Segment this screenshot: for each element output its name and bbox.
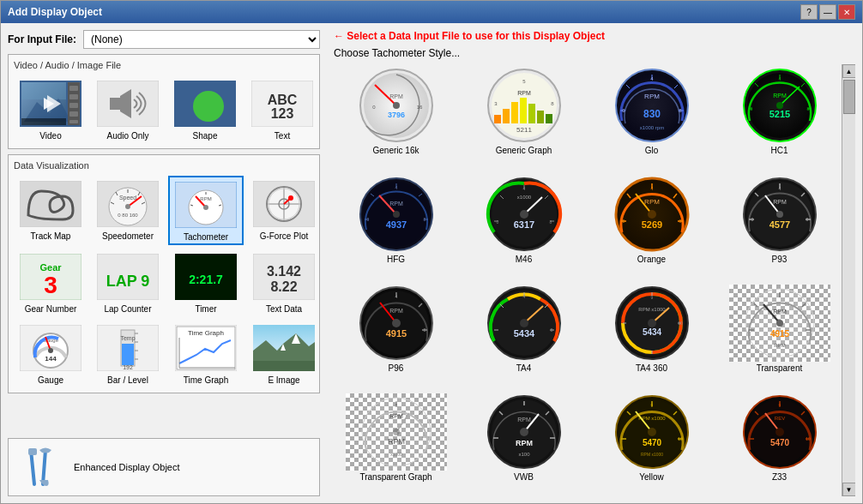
svg-text:RPM x1000: RPM x1000 bbox=[638, 307, 666, 312]
tach-img-generic16k: RPM 3796 16 0 bbox=[346, 67, 447, 144]
svg-rect-103 bbox=[537, 111, 544, 123]
tach-p96[interactable]: RPM 4915 4 8 bbox=[334, 282, 458, 387]
svg-point-173 bbox=[648, 210, 656, 219]
svg-text:0: 0 bbox=[366, 217, 369, 222]
svg-rect-10 bbox=[69, 103, 78, 108]
textdata-item[interactable]: 3.142 8.22 Text Data bbox=[247, 249, 321, 316]
svg-text:8: 8 bbox=[679, 219, 681, 224]
tach-ta4-360[interactable]: RPM x1000 5434 9 bbox=[589, 282, 714, 387]
tach-vwb[interactable]: RPM RPM bbox=[462, 391, 586, 496]
lap-item[interactable]: LAP 9 Lap Counter bbox=[91, 249, 165, 316]
gforce-item[interactable]: G-Force Plot bbox=[247, 176, 321, 245]
svg-text:4577: 4577 bbox=[769, 219, 789, 230]
eimage-item[interactable]: E Image bbox=[247, 320, 321, 387]
svg-point-63 bbox=[48, 348, 53, 353]
tach-name-hfg: HFG bbox=[387, 255, 405, 264]
tach-name-transparent: Transparent bbox=[757, 363, 803, 373]
shape-item[interactable]: Shape bbox=[168, 75, 242, 143]
timegraph-label: Time Graph bbox=[184, 375, 228, 385]
gauge-item[interactable]: Gauge 144 Gauge bbox=[14, 320, 88, 387]
tach-img-transparent: RPM 4915 bbox=[729, 285, 830, 362]
svg-point-48 bbox=[288, 195, 293, 201]
eimage-label: E Image bbox=[268, 375, 299, 385]
tach-hfg[interactable]: RPM bbox=[334, 173, 458, 279]
lap-icon-container: LAP 9 bbox=[94, 251, 162, 303]
svg-text:5434: 5434 bbox=[513, 328, 534, 339]
svg-text:RPM: RPM bbox=[517, 417, 531, 423]
trackmap-item[interactable]: Track Map bbox=[14, 176, 88, 245]
tach-transparent[interactable]: RPM 4915 bbox=[717, 282, 842, 387]
minimize-button[interactable]: — bbox=[819, 4, 836, 20]
speedometer-label: Speedometer bbox=[102, 231, 154, 241]
tach-img-genericgraph: RPM 5211 5 bbox=[474, 67, 575, 144]
tach-glo[interactable]: RPM 830 x1000 rpm bbox=[589, 64, 714, 170]
svg-marker-6 bbox=[44, 98, 54, 110]
svg-rect-12 bbox=[69, 120, 78, 123]
gear-item[interactable]: Gear 3 Gear Number bbox=[14, 249, 88, 316]
svg-text:0: 0 bbox=[622, 219, 625, 224]
speedometer-icon-container: Speed bbox=[94, 178, 162, 230]
lap-label: Lap Counter bbox=[104, 304, 151, 314]
tach-img-m46: x1000 bbox=[474, 176, 575, 253]
barlevel-item[interactable]: Temp 192 Bar / Level bbox=[91, 320, 165, 387]
tach-orange[interactable]: RPM bbox=[589, 173, 714, 279]
svg-point-145 bbox=[393, 211, 400, 218]
scroll-thumb[interactable] bbox=[843, 80, 855, 114]
tach-z33[interactable]: REV 5470 bbox=[717, 391, 842, 496]
barlevel-icon: Temp 192 bbox=[97, 325, 159, 371]
svg-text:4937: 4937 bbox=[385, 219, 406, 230]
tach-ta4[interactable]: 5434 4 8 TA4 bbox=[462, 282, 586, 387]
svg-rect-102 bbox=[528, 104, 535, 123]
tach-img-p93: RPM bbox=[729, 176, 830, 253]
enhanced-section[interactable]: Enhanced Display Object bbox=[8, 438, 320, 496]
timegraph-item[interactable]: Time Graph Time Graph bbox=[168, 320, 244, 387]
svg-text:Temp: Temp bbox=[120, 335, 135, 342]
scroll-up-button[interactable]: ▲ bbox=[842, 64, 856, 78]
trackmap-icon-container bbox=[16, 178, 85, 230]
video-item[interactable]: Video bbox=[14, 75, 88, 143]
svg-text:4: 4 bbox=[778, 186, 781, 191]
tachometer-item[interactable]: RPM Tachometer bbox=[168, 176, 244, 245]
tach-transparent-graph[interactable]: RPM RPM x1000 bbox=[334, 391, 458, 496]
tach-m46[interactable]: x1000 bbox=[462, 173, 586, 279]
input-file-select[interactable]: (None) bbox=[83, 30, 320, 49]
scroll-down-button[interactable]: ▼ bbox=[842, 483, 856, 496]
tach-hc1[interactable]: RPM bbox=[717, 64, 842, 170]
svg-text:8: 8 bbox=[806, 106, 809, 111]
svg-rect-67 bbox=[122, 344, 134, 365]
svg-point-211 bbox=[520, 319, 528, 327]
svg-rect-8 bbox=[69, 86, 78, 91]
timer-icon-container: 2:21.7 bbox=[172, 251, 240, 303]
svg-text:10: 10 bbox=[806, 436, 811, 441]
svg-text:4: 4 bbox=[395, 294, 397, 299]
close-button[interactable]: ✕ bbox=[838, 4, 855, 20]
svg-point-40 bbox=[203, 205, 208, 210]
tach-name-vwb: VWB bbox=[514, 472, 534, 482]
svg-text:x1000: x1000 bbox=[516, 195, 531, 200]
svg-point-247 bbox=[393, 429, 400, 435]
svg-text:5470: 5470 bbox=[642, 438, 661, 447]
svg-text:9: 9 bbox=[778, 403, 781, 408]
svg-text:10: 10 bbox=[678, 436, 683, 441]
tach-img-transparent-graph: RPM RPM x1000 bbox=[346, 393, 447, 471]
svg-text:4: 4 bbox=[522, 294, 525, 299]
tach-genericgraph[interactable]: RPM 5211 5 bbox=[462, 64, 586, 170]
svg-text:RPM: RPM bbox=[774, 343, 785, 348]
trackmap-icon bbox=[20, 181, 81, 227]
svg-text:RPM: RPM bbox=[773, 93, 787, 99]
gear-number-icon: Gear 3 bbox=[20, 254, 81, 300]
scrollbar: ▲ ▼ bbox=[842, 64, 855, 496]
svg-text:RPM: RPM bbox=[773, 199, 787, 205]
speedometer-item[interactable]: Speed bbox=[91, 176, 165, 245]
tach-generic16k[interactable]: RPM 3796 16 0 bbox=[334, 64, 458, 170]
tach-yellow[interactable]: RPM x1000 5470 bbox=[589, 391, 714, 496]
svg-text:9: 9 bbox=[650, 403, 653, 408]
audio-item[interactable]: Audio Only bbox=[91, 75, 165, 143]
text-item[interactable]: ABC 123 Text bbox=[245, 75, 319, 143]
tach-p93[interactable]: RPM bbox=[717, 173, 842, 279]
main-window: Add Display Object ? — ✕ For Input File:… bbox=[0, 0, 863, 504]
timer-item[interactable]: 2:21.7 Timer bbox=[168, 249, 244, 316]
shape-label: Shape bbox=[193, 131, 218, 141]
help-button[interactable]: ? bbox=[800, 4, 818, 20]
svg-text:3796: 3796 bbox=[387, 111, 404, 119]
